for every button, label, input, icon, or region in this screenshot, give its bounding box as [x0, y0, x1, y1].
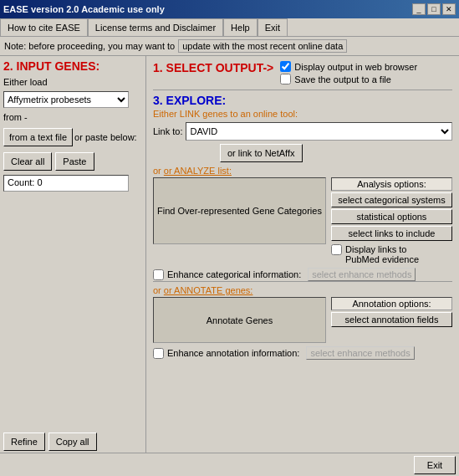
enhance-annotation-row: Enhance annotation information: select e…: [153, 346, 452, 360]
menu-exit[interactable]: Exit: [258, 18, 288, 37]
enhance-categorical-label: Enhance categorical information:: [167, 269, 301, 279]
select-links-btn[interactable]: select links to include: [331, 226, 452, 241]
window-controls: _ □ ✕: [412, 3, 456, 15]
paste-button[interactable]: Paste: [55, 152, 94, 171]
clear-all-button[interactable]: Clear all: [3, 152, 52, 171]
or-annotate-label: or or ANNOTATE genes:: [153, 285, 252, 295]
enhance-categorical-checkbox[interactable]: [153, 269, 164, 280]
link-to-row: Link to: DAVID NetAffx NCBI: [153, 122, 452, 141]
menu-help[interactable]: Help: [223, 18, 258, 37]
select-output-title: 1. SELECT OUTPUT->: [153, 61, 273, 74]
bottom-buttons: Refine Copy all: [3, 432, 142, 451]
note-bar: Note: before proceeding, you may want to…: [0, 37, 459, 56]
save-file-checkbox[interactable]: [280, 74, 291, 84]
output-checkboxes: Display output in web browser Save the o…: [280, 61, 417, 84]
explore-section: 3. EXPLORE: Either LINK genes to an onli…: [153, 90, 452, 360]
either-link-label: Either LINK genes to an online tool:: [153, 109, 452, 119]
annotate-row: Annotate Genes Annotation options: selec…: [153, 297, 452, 343]
right-panel: 1. SELECT OUTPUT-> Display output in web…: [146, 56, 459, 475]
bottom-bar: Exit: [0, 453, 459, 476]
window-title: EASE version 2.0 Academic use only: [3, 4, 165, 14]
update-data-button[interactable]: update with the most recent online data: [178, 39, 347, 53]
link-to-label: Link to:: [153, 126, 182, 136]
close-button[interactable]: ✕: [442, 3, 456, 15]
copy-all-button[interactable]: Copy all: [48, 432, 97, 451]
statistical-options-btn[interactable]: statistical options: [331, 209, 452, 224]
analyze-link-text: or ANALYZE list:: [164, 166, 232, 176]
output-section: 1. SELECT OUTPUT-> Display output in web…: [153, 61, 452, 84]
input-genes-title: 2. INPUT GENES:: [3, 59, 142, 73]
select-annotation-btn[interactable]: select annotation fields: [331, 312, 452, 327]
either-load-label: Either load: [3, 77, 142, 87]
note-text: Note: before proceeding, you may want to: [4, 41, 175, 51]
or-paste-label: or paste below:: [74, 132, 137, 142]
maximize-button[interactable]: □: [427, 3, 441, 15]
enhance-annotation-label: Enhance annotation information:: [167, 348, 299, 358]
annotate-genes-button-box[interactable]: Annotate Genes: [153, 297, 326, 343]
display-browser-label: Display output in web browser: [294, 62, 417, 72]
analysis-options-panel: Analysis options: select categorical sys…: [331, 177, 452, 264]
text-file-button[interactable]: from a text file: [3, 128, 73, 146]
save-file-label: Save the output to a file: [294, 74, 391, 84]
display-links-text: Display links to: [345, 244, 419, 254]
analyze-row: Find Over-represented Gene Categories An…: [153, 177, 452, 264]
clear-paste-row: Clear all Paste: [3, 152, 142, 171]
menu-bar: How to cite EASE License terms and Discl…: [0, 18, 459, 37]
or-analyze-row: or or ANALYZE list:: [153, 166, 452, 176]
minimize-button[interactable]: _: [412, 3, 426, 15]
pubmed-evidence-text: PubMed evidence: [345, 254, 419, 264]
checkbox-row-browser: Display output in web browser: [280, 61, 417, 72]
enhance-annotation-checkbox[interactable]: [153, 348, 164, 359]
window-frame: EASE version 2.0 Academic use only _ □ ✕…: [0, 0, 459, 476]
link-netaffx-button[interactable]: or link to NetAffx: [220, 144, 303, 162]
spacer: [3, 194, 142, 427]
annotation-options-title: Annotation options:: [331, 297, 452, 310]
title-bar: EASE version 2.0 Academic use only _ □ ✕: [0, 0, 459, 18]
find-overrep-label: Find Over-represented Gene Categories: [154, 202, 325, 219]
count-display: Count: 0: [3, 175, 129, 192]
select-categorical-btn[interactable]: select categorical systems: [331, 192, 452, 207]
exit-button[interactable]: Exit: [414, 456, 456, 474]
main-container: 2. INPUT GENES: Either load Affymetrix p…: [0, 56, 459, 475]
left-panel: 2. INPUT GENES: Either load Affymetrix p…: [0, 56, 146, 475]
analysis-options-title: Analysis options:: [331, 177, 452, 191]
annotate-link-text: or ANNOTATE genes:: [164, 285, 253, 295]
probesets-dropdown[interactable]: Affymetrix probesets Gene symbols Entrez…: [3, 91, 129, 108]
checkbox-row-file: Save the output to a file: [280, 74, 417, 84]
annotation-options-panel: Annotation options: select annotation fi…: [331, 297, 452, 327]
menu-license[interactable]: License terms and Disclaimer: [88, 18, 223, 37]
display-browser-checkbox[interactable]: [280, 61, 291, 72]
from-text: from -: [3, 112, 28, 122]
link-tool-dropdown[interactable]: DAVID NetAffx NCBI: [186, 122, 452, 141]
menu-how-to-cite[interactable]: How to cite EASE: [0, 18, 88, 37]
enhance-categorical-btn: select enhance methods: [308, 268, 416, 281]
display-links-checkbox[interactable]: [331, 244, 342, 255]
find-overrep-button-box[interactable]: Find Over-represented Gene Categories: [153, 177, 326, 244]
or-annotate-row: or or ANNOTATE genes:: [153, 285, 452, 295]
or-analyze-label: or or ANALYZE list:: [153, 166, 232, 176]
from-row: from -: [3, 112, 142, 122]
refine-button[interactable]: Refine: [3, 432, 45, 451]
enhance-categorical-row: Enhance categorical information: select …: [153, 268, 452, 281]
pubmed-checkbox-row: Display links to PubMed evidence: [331, 244, 452, 264]
enhance-annotation-btn: select enhance methods: [306, 346, 414, 360]
annotate-genes-label: Annotate Genes: [207, 315, 273, 325]
text-file-row: from a text file or paste below:: [3, 128, 142, 146]
annotate-section: or or ANNOTATE genes: Annotate Genes Ann…: [153, 281, 452, 360]
explore-title: 3. EXPLORE:: [153, 94, 452, 107]
pubmed-text-block: Display links to PubMed evidence: [345, 244, 419, 264]
